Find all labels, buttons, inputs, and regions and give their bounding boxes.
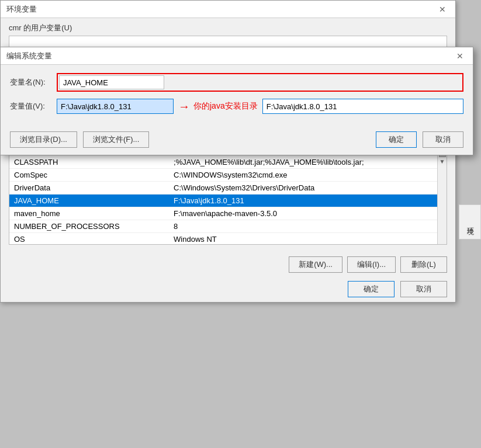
sys-edit-button[interactable]: 编辑(I)...: [347, 256, 396, 273]
env-dialog-close-button[interactable]: ✕: [435, 4, 449, 15]
var-name-row: 变量名(N):: [10, 73, 463, 92]
val-cell: 8: [169, 220, 446, 233]
edit-dialog-title: 编辑系统变量: [6, 51, 52, 61]
sys-vars-action-row: 新建(W)... 编辑(I)... 删除(L): [1, 253, 455, 276]
env-cancel-button[interactable]: 取消: [400, 281, 447, 297]
var-name-input[interactable]: [59, 75, 164, 89]
browse-dir-button[interactable]: 浏览目录(D)...: [10, 131, 77, 148]
var-cell: DriverData: [9, 182, 169, 195]
var-value-label: 变量值(V):: [10, 101, 57, 112]
edit-dialog-btn-row: 浏览目录(D)... 浏览文件(F)... 确定 取消: [1, 127, 473, 155]
var-name-label: 变量名(N):: [10, 77, 57, 88]
edit-ok-button[interactable]: 确定: [376, 131, 417, 148]
var-cell: ComSpec: [9, 169, 169, 182]
val-cell: C:\Windows\System32\Drivers\DriverData: [169, 182, 446, 195]
sys-delete-button[interactable]: 删除(L): [400, 256, 447, 273]
env-dialog-titlebar: 环境变量 ✕: [1, 1, 455, 18]
var-cell: CLASSPATH: [9, 156, 169, 169]
edit-sys-var-dialog: 编辑系统变量 ✕ 变量名(N): 变量值(V): → 你的java安装目录 浏: [0, 47, 473, 155]
edit-dialog-titlebar: 编辑系统变量 ✕: [1, 47, 473, 65]
edit-dialog-close-button[interactable]: ✕: [453, 50, 467, 62]
table-row[interactable]: ComSpecC:\WINDOWS\system32\cmd.exe: [9, 169, 447, 182]
annotation-text: 你的java安装目录: [193, 101, 258, 112]
scroll-down-arrow[interactable]: ▼: [438, 157, 447, 166]
var-value-input-highlighted[interactable]: [57, 99, 174, 114]
env-dialog-bottom-btns: 确定 取消: [1, 276, 455, 302]
user-vars-label: cmr 的用户变量(U): [1, 18, 455, 36]
var-cell: NUMBER_OF_PROCESSORS: [9, 220, 169, 233]
edit-cancel-button[interactable]: 取消: [423, 131, 463, 148]
val-cell: ;%JAVA_HOME%\lib\dt.jar;%JAVA_HOME%\lib\…: [169, 156, 446, 169]
arrow-annotation: → 你的java安装目录: [178, 100, 258, 113]
val-cell: C:\WINDOWS\system32\cmd.exe: [169, 169, 446, 182]
var-cell: OS: [9, 233, 169, 245]
val-cell: Windows NT: [169, 233, 446, 245]
var-value-input-full[interactable]: [262, 99, 463, 114]
env-dialog-title: 环境变量: [6, 4, 37, 15]
table-row[interactable]: DriverDataC:\Windows\System32\Drivers\Dr…: [9, 182, 447, 195]
table-row[interactable]: JAVA_HOMEF:\Java\jdk1.8.0_131: [9, 195, 447, 207]
env-ok-button[interactable]: 确定: [348, 281, 395, 297]
browse-file-button[interactable]: 浏览文件(F)...: [83, 131, 149, 148]
table-row[interactable]: NUMBER_OF_PROCESSORS8: [9, 220, 447, 233]
var-value-row: 变量值(V): → 你的java安装目录: [10, 99, 463, 114]
val-cell: F:\maven\apache-maven-3.5.0: [169, 207, 446, 220]
edit-form: 变量名(N): 变量值(V): → 你的java安装目录: [1, 65, 473, 127]
red-arrow-icon: →: [178, 100, 190, 113]
table-row[interactable]: CLASSPATH;%JAVA_HOME%\lib\dt.jar;%JAVA_H…: [9, 156, 447, 169]
var-cell: JAVA_HOME: [9, 195, 169, 207]
var-name-input-box: [57, 73, 463, 92]
val-cell: F:\Java\jdk1.8.0_131: [169, 195, 446, 207]
value-wrap: → 你的java安装目录: [57, 99, 463, 114]
table-row[interactable]: maven_homeF:\maven\apache-maven-3.5.0: [9, 207, 447, 220]
var-cell: maven_home: [9, 207, 169, 220]
side-label-env: 环境: [459, 204, 481, 239]
sys-new-button[interactable]: 新建(W)...: [289, 256, 342, 273]
table-row[interactable]: OSWindows NT: [9, 233, 447, 245]
